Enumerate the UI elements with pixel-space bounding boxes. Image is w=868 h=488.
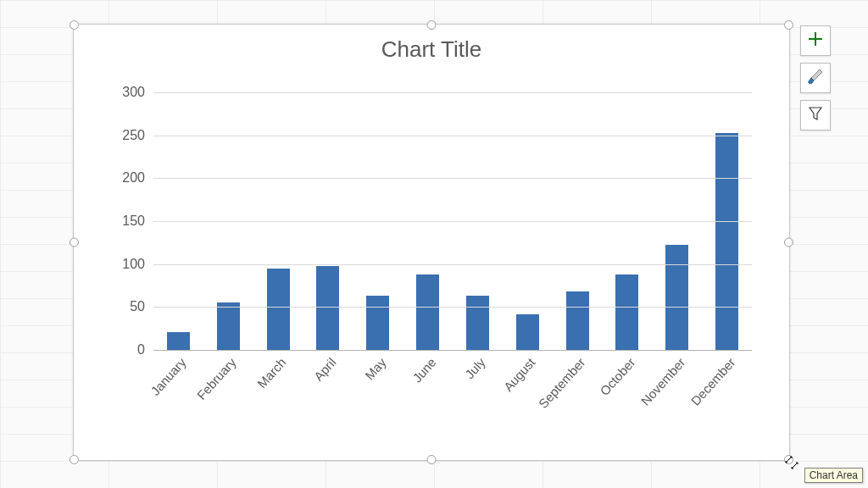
funnel-icon (807, 105, 824, 125)
y-tick-label: 250 (94, 128, 153, 143)
bar[interactable] (665, 245, 688, 350)
chart-plot-area[interactable]: 050100150200250300 (153, 92, 752, 350)
gridline (153, 307, 752, 308)
resize-handle-nw[interactable] (70, 20, 79, 30)
x-label-slot: July (453, 350, 503, 443)
x-label-slot: December (702, 350, 752, 443)
chart-plot-wrap: 050100150200250300 JanuaryFebruaryMarchA… (94, 75, 769, 443)
y-tick-label: 200 (94, 170, 153, 186)
x-tick-label: March (254, 355, 289, 391)
resize-handle-ne[interactable] (784, 20, 793, 30)
resize-handle-se[interactable] (784, 455, 793, 464)
x-label-slot: January (153, 350, 203, 443)
gridline (153, 136, 752, 136)
chart-styles-button[interactable] (800, 63, 831, 93)
x-tick-label: June (409, 355, 438, 385)
bar[interactable] (466, 296, 489, 350)
y-tick-label: 150 (94, 214, 153, 229)
plus-icon (807, 30, 824, 51)
resize-handle-e[interactable] (784, 238, 793, 247)
resize-handle-w[interactable] (70, 238, 79, 247)
gridline (153, 221, 752, 222)
chart-area-tooltip: Chart Area (804, 468, 863, 483)
bar[interactable] (516, 314, 539, 350)
x-axis-labels: JanuaryFebruaryMarchAprilMayJuneJulyAugu… (153, 350, 752, 443)
bar[interactable] (316, 266, 339, 350)
y-tick-label: 0 (94, 342, 153, 358)
bar[interactable] (715, 133, 738, 350)
bar[interactable] (167, 332, 190, 350)
bar[interactable] (615, 274, 638, 350)
x-tick-label: May (362, 355, 389, 382)
x-label-slot: February (203, 350, 253, 443)
chart-object[interactable]: Chart Title 050100150200250300 JanuaryFe… (73, 24, 790, 461)
brush-icon (807, 68, 824, 88)
x-label-slot: September (553, 350, 603, 443)
x-tick-label: October (597, 355, 637, 398)
chart-title[interactable]: Chart Title (74, 36, 789, 63)
resize-handle-s[interactable] (427, 455, 437, 464)
x-label-slot: May (353, 350, 403, 443)
gridline (153, 178, 752, 179)
y-tick-label: 100 (94, 257, 153, 272)
bar[interactable] (366, 296, 389, 350)
bar[interactable] (267, 269, 290, 350)
x-label-slot: April (303, 350, 353, 443)
x-label-slot: June (403, 350, 453, 443)
gridline (153, 264, 752, 265)
x-tick-label: April (311, 355, 339, 384)
y-tick-label: 50 (94, 299, 153, 314)
x-label-slot: March (253, 350, 303, 443)
resize-handle-sw[interactable] (70, 455, 79, 464)
x-tick-label: July (463, 355, 488, 381)
chart-filters-button[interactable] (800, 100, 831, 130)
resize-handle-n[interactable] (427, 20, 437, 30)
x-tick-label: August (501, 355, 538, 394)
chart-elements-button[interactable] (800, 25, 831, 56)
gridline (153, 92, 752, 93)
bar[interactable] (217, 302, 240, 350)
bar[interactable] (566, 291, 589, 350)
bar[interactable] (416, 274, 439, 350)
chart-side-buttons (800, 25, 831, 130)
x-tick-label: January (148, 355, 189, 398)
y-tick-label: 300 (94, 85, 153, 100)
